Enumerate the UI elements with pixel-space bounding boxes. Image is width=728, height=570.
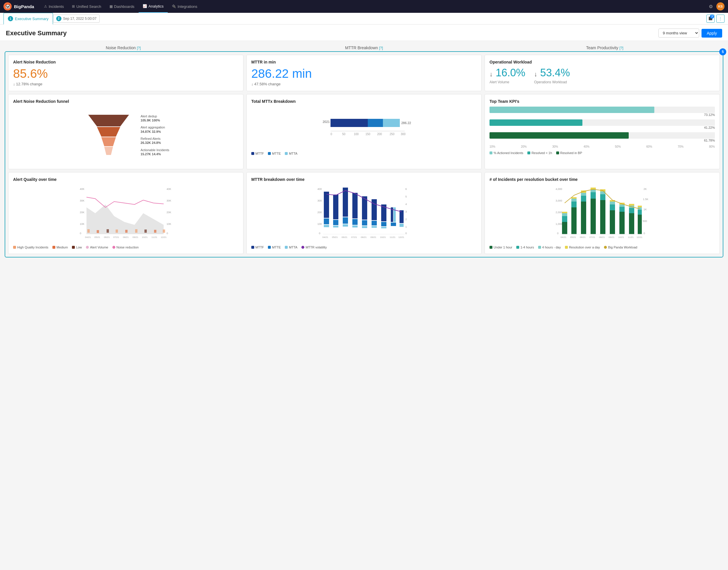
svg-text:300: 300 (401, 132, 406, 136)
user-avatar[interactable]: KS (716, 2, 725, 10)
svg-rect-105 (562, 216, 567, 222)
brand-name: BigPanda (14, 4, 34, 9)
svg-text:0: 0 (405, 232, 407, 235)
funnel-card: Alert Noise Reduction funnel Alert dedup… (8, 94, 244, 169)
incidents-bucket-legend: Under 1 hour 1-4 hours 4 hours - day Res… (489, 246, 715, 249)
svg-text:04/21: 04/21 (322, 236, 329, 239)
alert-noise-title: Alert Noise Reduction (13, 60, 239, 64)
legend-low: Low (72, 246, 82, 249)
nav-analytics[interactable]: 📈 Analytics (138, 0, 168, 13)
svg-rect-35 (154, 230, 156, 233)
svg-text:12/21: 12/21 (161, 236, 167, 239)
svg-rect-78 (381, 227, 386, 228)
funnel-label-3: Actionable Incidents15.27K 14.4% (141, 148, 169, 157)
svg-rect-107 (562, 212, 567, 213)
ops-workload-label: Operations Workload (534, 80, 570, 84)
nav-integrations[interactable]: 🔌 Integrations (168, 0, 202, 13)
svg-rect-34 (144, 230, 147, 233)
unified-search-icon: ⊞ (72, 4, 75, 8)
svg-text:0: 0 (644, 232, 645, 235)
section-team: Team Productivity [?] (486, 45, 723, 50)
svg-text:11/21: 11/21 (151, 236, 157, 239)
mttx-chart-area: 2021 286.22 0 50 100 (251, 106, 477, 155)
mttr-min-title: MTTR in min (251, 60, 477, 64)
svg-rect-59 (324, 219, 329, 224)
svg-text:10/21: 10/21 (618, 236, 624, 239)
nav-dashboards[interactable]: ▦ Dashboards (105, 0, 138, 13)
svg-text:10K: 10K (166, 223, 171, 226)
view-select[interactable]: 9 months view 3 months view 6 months vie… (658, 29, 699, 38)
incidents-icon: ⚠ (44, 4, 47, 8)
tab-date[interactable]: 2 Sep 17, 2022 5:00:07 (53, 15, 100, 23)
svg-rect-133 (629, 208, 634, 213)
svg-rect-108 (571, 207, 577, 234)
incidents-bucket-svg: 4,000 3,000 2,000 1,000 0 2K 1.5K 1K 500… (489, 184, 715, 242)
mttx-card: Total MTTx Breakdown 2021 286.22 (246, 94, 482, 169)
main-content: Noise Reduction [?] MTTR Breakdown [?] T… (0, 41, 728, 262)
svg-text:07/21: 07/21 (590, 236, 596, 239)
mttr-help[interactable]: [?] (379, 46, 383, 50)
funnel-labels: Alert dedup105.9K 100% Alert aggregation… (141, 114, 169, 156)
svg-text:1,000: 1,000 (556, 223, 562, 226)
svg-text:30K: 30K (80, 199, 84, 202)
kpi-bar-label-0: 73.12% (489, 113, 715, 116)
svg-marker-0 (88, 115, 129, 126)
apply-button[interactable]: Apply (702, 29, 722, 38)
svg-rect-137 (638, 210, 642, 215)
svg-rect-120 (600, 200, 606, 234)
svg-text:10K: 10K (80, 223, 84, 226)
svg-text:11/21: 11/21 (628, 236, 634, 239)
svg-rect-74 (372, 221, 377, 226)
svg-rect-73 (372, 199, 377, 220)
svg-text:05/21: 05/21 (94, 236, 100, 239)
operational-kpi-row: ↓ 16.0% Alert Volume ↓ 53.4% Operations … (489, 67, 715, 84)
funnel-svg (82, 109, 135, 162)
kpi-bar-row-1: 41.22% (489, 119, 715, 129)
page-title: Executive Summary (6, 29, 658, 37)
alert-quality-svg: 40K 30K 20K 10K 0 40K 30K 20K 10K 0 (13, 184, 239, 242)
kpi-bar-label-2: 61.78% (489, 138, 715, 142)
alert-volume-item: ↓ 16.0% Alert Volume (489, 67, 525, 84)
settings-icon[interactable]: ⚙ (708, 3, 714, 10)
noise-reduction-help[interactable]: [?] (137, 46, 141, 50)
charts-row-2: Alert Noise Reduction funnel Alert dedup… (8, 94, 720, 169)
nav-unified-search[interactable]: ⊞ Unified Search (68, 0, 105, 13)
svg-text:04/21: 04/21 (561, 236, 567, 239)
nav-incidents[interactable]: ⚠ Incidents (40, 0, 68, 13)
tab-export-button[interactable]: 3 ⬛ (706, 15, 715, 23)
top-kpi-legend: % Actioned Incidents Resolved < 1h Resol… (489, 151, 715, 155)
time-series-row: Alert Quality over time 40K 30K 20K 10K … (8, 172, 720, 254)
tab-more-button[interactable]: ⋮ (716, 15, 725, 23)
svg-rect-5 (331, 119, 368, 127)
kpi-bar-track-0 (489, 106, 715, 113)
alert-noise-card: Alert Noise Reduction 85.6% ↓ 12.78% cha… (8, 55, 244, 91)
svg-rect-113 (581, 196, 586, 202)
svg-rect-126 (610, 202, 615, 205)
svg-text:06/21: 06/21 (580, 236, 586, 239)
navbar: 🐼 BigPanda ⚠ Incidents ⊞ Unified Search … (0, 0, 728, 13)
incidents-bucket-title: # of Incidents per resolution bucket ove… (489, 177, 715, 182)
svg-text:30K: 30K (166, 199, 171, 202)
integrations-icon: 🔌 (172, 4, 176, 8)
legend-under-1h: Under 1 hour (489, 246, 512, 249)
svg-rect-69 (352, 226, 358, 228)
svg-text:500: 500 (643, 220, 647, 223)
svg-text:10/21: 10/21 (142, 236, 148, 239)
svg-rect-36 (163, 230, 165, 233)
alert-volume-label: Alert Volume (489, 80, 525, 84)
svg-text:200: 200 (317, 211, 322, 214)
svg-rect-104 (562, 222, 567, 234)
funnel-label-0: Alert dedup105.9K 100% (141, 114, 169, 122)
mttx-legend-mtte: MTTE (268, 152, 281, 155)
svg-text:08/21: 08/21 (123, 236, 129, 239)
svg-rect-67 (352, 193, 358, 219)
team-help[interactable]: [?] (619, 46, 623, 50)
svg-text:0: 0 (331, 132, 332, 136)
nav-incidents-label: Incidents (49, 4, 64, 9)
svg-text:09/21: 09/21 (132, 236, 138, 239)
svg-rect-71 (362, 220, 367, 226)
legend-resolved-bp: Resolved in BP (556, 151, 582, 155)
tab-executive-summary[interactable]: 1 Executive Summary (3, 13, 53, 24)
nav-brand[interactable]: 🐼 BigPanda (3, 2, 34, 10)
legend-over-day: Resolution over a day (565, 246, 600, 249)
